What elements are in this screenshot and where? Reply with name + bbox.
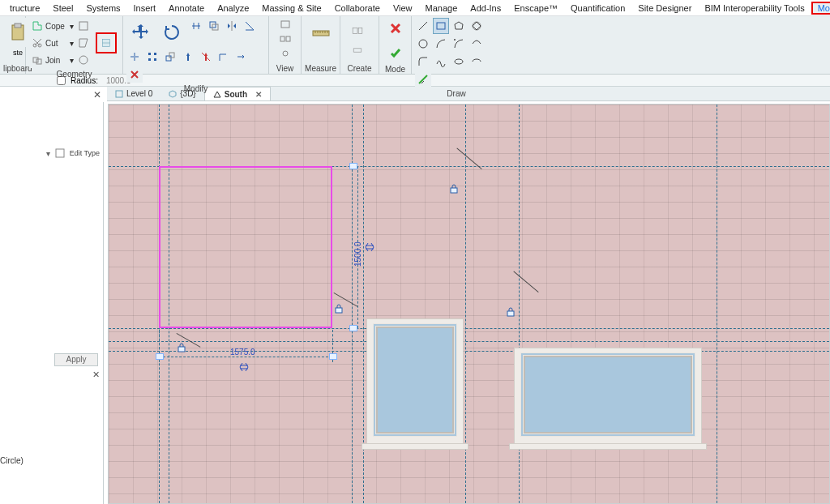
offset-button[interactable] bbox=[206, 18, 222, 34]
circle-tool[interactable] bbox=[415, 36, 431, 52]
partial-ellipse-tool[interactable] bbox=[468, 53, 485, 70]
svg-rect-12 bbox=[154, 53, 156, 55]
fillet-arc-tool[interactable] bbox=[415, 53, 431, 70]
tab-manage[interactable]: Manage bbox=[419, 2, 464, 15]
spline-tool[interactable] bbox=[433, 53, 449, 70]
type-selector[interactable]: ▾ Edit Type bbox=[3, 146, 100, 160]
svg-point-30 bbox=[455, 59, 463, 64]
trim-button[interactable] bbox=[242, 18, 258, 34]
rectangle-tool[interactable] bbox=[433, 18, 449, 34]
pick-lines-tool[interactable] bbox=[415, 71, 431, 88]
corner-trim-button[interactable] bbox=[216, 49, 232, 65]
tab-modify-contextual[interactable]: Modify | Split Face > Create Boundary bbox=[811, 2, 830, 15]
ribbon: ste lipboard Cope▾ Cut▾ Join▾ Geometry bbox=[0, 16, 830, 75]
measure-label: Measure bbox=[305, 62, 336, 74]
tab-annotate[interactable]: Annotate bbox=[162, 2, 211, 15]
drag-handle-3[interactable] bbox=[156, 353, 164, 360]
cut-geom-button[interactable]: Cut▾ bbox=[29, 35, 75, 51]
window-1-sill bbox=[362, 443, 468, 450]
view-tool-3[interactable] bbox=[272, 47, 298, 60]
svg-rect-15 bbox=[166, 56, 171, 61]
scale-button[interactable] bbox=[162, 49, 178, 65]
dim-equality-icon-1[interactable] bbox=[238, 362, 250, 374]
cancel-mode-button[interactable] bbox=[388, 18, 403, 39]
create-label: Create bbox=[344, 62, 375, 74]
split-face-finish-button[interactable] bbox=[96, 32, 117, 53]
align-button[interactable] bbox=[188, 18, 204, 34]
tab-collaborate[interactable]: Collaborate bbox=[328, 2, 387, 15]
svg-rect-14 bbox=[154, 58, 156, 61]
split-button[interactable] bbox=[126, 49, 143, 65]
extend-button[interactable] bbox=[233, 49, 250, 65]
arc-tangent-tool[interactable] bbox=[468, 36, 485, 52]
dim-equality-icon-2[interactable] bbox=[364, 242, 375, 254]
finish-mode-button[interactable] bbox=[388, 42, 403, 63]
tab-analyze[interactable]: Analyze bbox=[211, 2, 255, 15]
ref-line-v7 bbox=[717, 105, 717, 503]
dim-value-1[interactable]: 1575.0 bbox=[230, 348, 255, 357]
svg-rect-17 bbox=[281, 21, 289, 28]
circumscribed-polygon-tool[interactable] bbox=[468, 18, 485, 34]
drag-handle-2[interactable] bbox=[349, 325, 357, 331]
apply-button[interactable]: Apply bbox=[54, 353, 98, 366]
view-tool-1[interactable] bbox=[272, 18, 298, 31]
svg-rect-33 bbox=[178, 347, 185, 352]
paste-button[interactable] bbox=[3, 18, 32, 47]
cope-button[interactable]: Cope▾ bbox=[29, 18, 75, 34]
drag-handle-1[interactable] bbox=[349, 163, 357, 169]
arc-start-end-tool[interactable] bbox=[433, 36, 449, 52]
arc-center-tool[interactable] bbox=[451, 36, 467, 52]
tab-systems[interactable]: Systems bbox=[79, 2, 126, 15]
svg-rect-1 bbox=[15, 23, 21, 28]
mirror-axis-button[interactable] bbox=[224, 18, 240, 34]
tab-addins[interactable]: Add-Ins bbox=[464, 2, 507, 15]
dim-value-2[interactable]: 1500.0 bbox=[353, 241, 362, 267]
array-button[interactable] bbox=[144, 49, 160, 65]
tab-insert[interactable]: Insert bbox=[127, 2, 163, 15]
menu-tabs: tructure Steel Systems Insert Annotate A… bbox=[0, 0, 830, 16]
tab-bim-interop[interactable]: BIM Interoperability Tools bbox=[698, 2, 811, 15]
drawing-canvas[interactable]: 1575.0 1500.0 bbox=[108, 104, 830, 504]
measure-button[interactable] bbox=[306, 18, 336, 47]
svg-rect-22 bbox=[353, 28, 357, 33]
tab-quantification[interactable]: Quantification bbox=[564, 2, 631, 15]
pin-button[interactable] bbox=[180, 49, 196, 65]
svg-rect-34 bbox=[336, 308, 342, 313]
svg-rect-18 bbox=[280, 36, 285, 41]
view-label: View bbox=[272, 62, 297, 74]
inscribed-polygon-tool[interactable] bbox=[451, 18, 467, 34]
tab-sitedesigner[interactable]: Site Designer bbox=[631, 2, 698, 15]
properties-close-icon[interactable]: ✕ bbox=[93, 89, 101, 100]
svg-rect-19 bbox=[286, 36, 290, 41]
geom-tool-3[interactable] bbox=[75, 52, 92, 68]
join-button[interactable]: Join▾ bbox=[29, 52, 75, 68]
create-tool-2[interactable] bbox=[344, 41, 371, 59]
move-button[interactable] bbox=[126, 18, 156, 47]
rotate-button[interactable] bbox=[157, 18, 186, 47]
line-tool[interactable] bbox=[415, 18, 431, 34]
tab-steel[interactable]: Steel bbox=[46, 2, 79, 15]
group-measure: Measure bbox=[302, 16, 340, 74]
geom-tool-2[interactable] bbox=[75, 35, 92, 51]
create-tool-1[interactable] bbox=[344, 22, 371, 40]
svg-rect-6 bbox=[79, 22, 88, 30]
tab-massing[interactable]: Massing & Site bbox=[255, 2, 327, 15]
tab-structure[interactable]: tructure bbox=[3, 2, 46, 15]
panel-close-icon[interactable]: ✕ bbox=[92, 369, 100, 380]
svg-point-7 bbox=[79, 56, 88, 64]
tab-view[interactable]: View bbox=[387, 2, 419, 15]
tab-enscape[interactable]: Enscape™ bbox=[507, 2, 564, 15]
ref-line-h2 bbox=[109, 328, 829, 329]
drag-handle-4[interactable] bbox=[329, 353, 337, 360]
window-1-glass[interactable] bbox=[373, 323, 457, 437]
draw-label: Draw bbox=[415, 88, 498, 99]
unpin-button[interactable] bbox=[198, 49, 214, 65]
view-tool-2[interactable] bbox=[272, 32, 298, 45]
ellipse-tool[interactable] bbox=[451, 53, 467, 70]
geom-tool-1[interactable] bbox=[75, 18, 92, 34]
delete-button[interactable] bbox=[126, 66, 143, 83]
window-2-glass[interactable] bbox=[520, 352, 695, 437]
sketch-rectangle[interactable] bbox=[159, 166, 332, 328]
edit-type-label[interactable]: Edit Type bbox=[70, 149, 100, 157]
window-2-sill bbox=[509, 443, 707, 450]
